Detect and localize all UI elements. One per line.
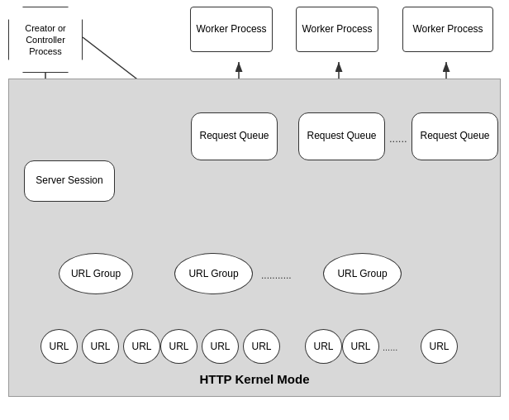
url-group-3-ellipse: URL Group <box>323 253 402 294</box>
worker-process-1-box: Worker Process <box>190 7 273 52</box>
url-1-ellipse: URL <box>40 329 78 364</box>
url-8-ellipse: URL <box>342 329 379 364</box>
url-2-label: URL <box>90 341 110 352</box>
worker-process-1-label: Worker Process <box>196 23 266 36</box>
url-1-label: URL <box>49 341 69 352</box>
creator-process-box: Creator or Controller Process <box>8 7 83 73</box>
worker-process-3-box: Worker Process <box>402 7 493 52</box>
bottom-label: HTTP Kernel Mode <box>9 372 500 386</box>
url-3-ellipse: URL <box>123 329 160 364</box>
url-2-ellipse: URL <box>82 329 119 364</box>
url-3-label: URL <box>131 341 151 352</box>
url-10-ellipse: URL <box>421 329 458 364</box>
url-group-2-ellipse: URL Group <box>174 253 253 294</box>
request-queue-2-label: Request Queue <box>307 130 376 143</box>
url-group-2-label: URL Group <box>188 268 238 279</box>
url-5-ellipse: URL <box>202 329 239 364</box>
request-queue-3-box: Request Queue <box>411 112 498 160</box>
url-5-label: URL <box>210 341 230 352</box>
request-queue-2-box: Request Queue <box>298 112 385 160</box>
url-4-ellipse: URL <box>160 329 197 364</box>
url-4-label: URL <box>169 341 188 352</box>
url-7-ellipse: URL <box>305 329 342 364</box>
url-group-3-label: URL Group <box>337 268 387 279</box>
worker-process-2-box: Worker Process <box>296 7 378 52</box>
kernel-mode-area: Request Queue Request Queue ...... Reque… <box>8 79 501 397</box>
url-group-1-label: URL Group <box>71 268 121 279</box>
url-7-label: URL <box>313 341 333 352</box>
worker-process-2-label: Worker Process <box>302 23 372 36</box>
server-session-label: Server Session <box>36 174 102 188</box>
server-session-box: Server Session <box>24 160 115 202</box>
request-queue-3-label: Request Queue <box>420 130 489 143</box>
url-8-label: URL <box>350 341 370 352</box>
dots-rq: ...... <box>389 132 407 145</box>
url-group-1-ellipse: URL Group <box>59 253 133 294</box>
url-6-ellipse: URL <box>243 329 280 364</box>
url-10-label: URL <box>429 341 449 352</box>
dots-url: ...... <box>383 342 397 352</box>
diagram-container: Creator or Controller Process Worker Pro… <box>0 0 509 420</box>
url-6-label: URL <box>251 341 271 352</box>
creator-process-label: Creator or Controller Process <box>16 22 75 58</box>
request-queue-1-label: Request Queue <box>199 130 269 143</box>
worker-process-3-label: Worker Process <box>412 23 483 36</box>
request-queue-1-box: Request Queue <box>191 112 278 160</box>
dots-ug: ........... <box>261 270 292 281</box>
